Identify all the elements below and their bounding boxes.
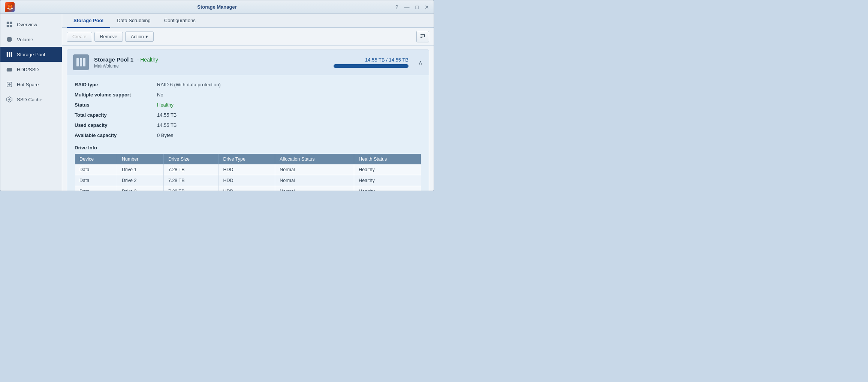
cell-allocation: Normal (275, 186, 354, 191)
svg-rect-22 (83, 58, 85, 66)
sidebar-item-hot-spare[interactable]: Hot Spare (0, 77, 62, 92)
action-dropdown-arrow: ▾ (145, 34, 148, 39)
cell-number: Drive 1 (117, 164, 163, 175)
pool-container: Storage Pool 1 - Healthy MainVolume 14.5… (62, 46, 434, 191)
cell-type: HDD (218, 164, 275, 175)
cell-device: Data (75, 164, 117, 175)
cell-health: Healthy (354, 186, 421, 191)
volume-icon (6, 36, 13, 43)
tab-bar: Storage Pool Data Scrubbing Configuratio… (62, 14, 434, 28)
cell-device: Data (75, 186, 117, 191)
pool-card: Storage Pool 1 - Healthy MainVolume 14.5… (67, 50, 429, 191)
multiple-volume-label: Multiple volume support (75, 91, 157, 98)
total-capacity-value: 14.55 TB (157, 111, 421, 119)
storage-pool-icon (6, 51, 13, 58)
remove-button[interactable]: Remove (94, 32, 123, 42)
hot-spare-icon (6, 81, 13, 88)
available-capacity-value: 0 Bytes (157, 132, 421, 139)
cell-allocation: Normal (275, 175, 354, 186)
svg-rect-6 (9, 52, 10, 57)
cell-number: Drive 2 (117, 175, 163, 186)
sidebar-ssd-cache-label: SSD Cache (17, 97, 42, 102)
capacity-bar-fill (334, 64, 409, 68)
cell-health: Healthy (354, 164, 421, 175)
create-button[interactable]: Create (67, 32, 92, 42)
sidebar: Overview Volume (0, 14, 62, 191)
main-window: 🦊 Storage Manager ? — □ ✕ Overview (0, 0, 434, 191)
total-capacity-label: Total capacity (75, 111, 157, 119)
maximize-button[interactable]: □ (416, 5, 419, 10)
raid-type-label: RAID type (75, 81, 157, 88)
pool-name-section: Storage Pool 1 - Healthy MainVolume (94, 56, 328, 69)
cell-device: Data (75, 175, 117, 186)
raid-type-value: RAID 6 (With data protection) (157, 81, 421, 88)
main-layout: Overview Volume (0, 14, 434, 191)
table-row: Data Drive 1 7.28 TB HDD Normal Healthy (75, 164, 421, 175)
cell-health: Healthy (354, 175, 421, 186)
pool-subtitle: MainVolume (94, 63, 328, 69)
pool-status-badge: - Healthy (137, 57, 158, 63)
col-header-allocation: Allocation Status (275, 154, 354, 165)
cell-size: 7.28 TB (163, 175, 218, 186)
sidebar-item-storage-pool[interactable]: Storage Pool (0, 47, 62, 62)
used-capacity-value: 14.55 TB (157, 122, 421, 129)
close-button[interactable]: ✕ (425, 5, 429, 10)
pool-icon (73, 54, 89, 70)
sidebar-volume-label: Volume (17, 37, 33, 42)
pool-capacity-section: 14.55 TB / 14.55 TB (334, 57, 409, 68)
used-capacity-label: Used capacity (75, 122, 157, 129)
svg-rect-21 (80, 58, 82, 66)
window-controls: ? — □ ✕ (395, 5, 429, 10)
capacity-bar-bg (334, 64, 409, 68)
sidebar-item-ssd-cache[interactable]: SSD Cache (0, 92, 62, 107)
table-row: Data Drive 3 7.28 TB HDD Normal Healthy (75, 186, 421, 191)
pool-info-grid: RAID type RAID 6 (With data protection) … (75, 81, 421, 139)
minimize-button[interactable]: — (404, 5, 410, 10)
action-button[interactable]: Action ▾ (125, 32, 154, 42)
tab-data-scrubbing[interactable]: Data Scrubbing (110, 14, 157, 28)
hdd-ssd-icon (6, 66, 13, 73)
pool-name: Storage Pool 1 (94, 56, 133, 63)
cell-type: HDD (218, 175, 275, 186)
tab-configurations[interactable]: Configurations (157, 14, 202, 28)
svg-rect-7 (11, 52, 12, 57)
sidebar-item-overview[interactable]: Overview (0, 17, 62, 32)
cell-size: 7.28 TB (163, 164, 218, 175)
sidebar-storage-pool-label: Storage Pool (17, 52, 45, 57)
content-area: Storage Pool Data Scrubbing Configuratio… (62, 14, 434, 191)
sort-button[interactable] (416, 31, 429, 42)
svg-rect-0 (7, 22, 9, 24)
ssd-cache-icon (6, 96, 13, 103)
cell-size: 7.28 TB (163, 186, 218, 191)
sidebar-hdd-ssd-label: HDD/SSD (17, 67, 39, 72)
toolbar: Create Remove Action ▾ (62, 28, 434, 46)
overview-icon (6, 21, 13, 28)
cell-number: Drive 3 (117, 186, 163, 191)
multiple-volume-value: No (157, 91, 421, 98)
tab-storage-pool[interactable]: Storage Pool (67, 14, 110, 28)
svg-point-9 (10, 69, 12, 71)
col-header-device: Device (75, 154, 117, 165)
col-header-size: Drive Size (163, 154, 218, 165)
table-row: Data Drive 2 7.28 TB HDD Normal Healthy (75, 175, 421, 186)
col-header-health: Health Status (354, 154, 421, 165)
pool-capacity-text: 14.55 TB / 14.55 TB (334, 57, 409, 63)
svg-rect-2 (7, 25, 9, 27)
sidebar-overview-label: Overview (17, 22, 37, 27)
pool-title-row: Storage Pool 1 - Healthy (94, 56, 328, 63)
status-value: Healthy (157, 101, 421, 108)
status-label: Status (75, 101, 157, 108)
svg-rect-5 (7, 52, 8, 57)
svg-rect-20 (76, 58, 79, 66)
sidebar-item-volume[interactable]: Volume (0, 32, 62, 47)
svg-rect-1 (10, 22, 12, 24)
app-logo: 🦊 (5, 2, 15, 12)
cell-type: HDD (218, 186, 275, 191)
drive-table: Device Number Drive Size Drive Type Allo… (75, 153, 421, 191)
pool-header: Storage Pool 1 - Healthy MainVolume 14.5… (67, 50, 429, 75)
sidebar-item-hdd-ssd[interactable]: HDD/SSD (0, 62, 62, 77)
col-header-number: Number (117, 154, 163, 165)
svg-rect-3 (10, 25, 12, 27)
pool-collapse-button[interactable]: ∧ (418, 59, 423, 66)
help-button[interactable]: ? (395, 5, 398, 10)
